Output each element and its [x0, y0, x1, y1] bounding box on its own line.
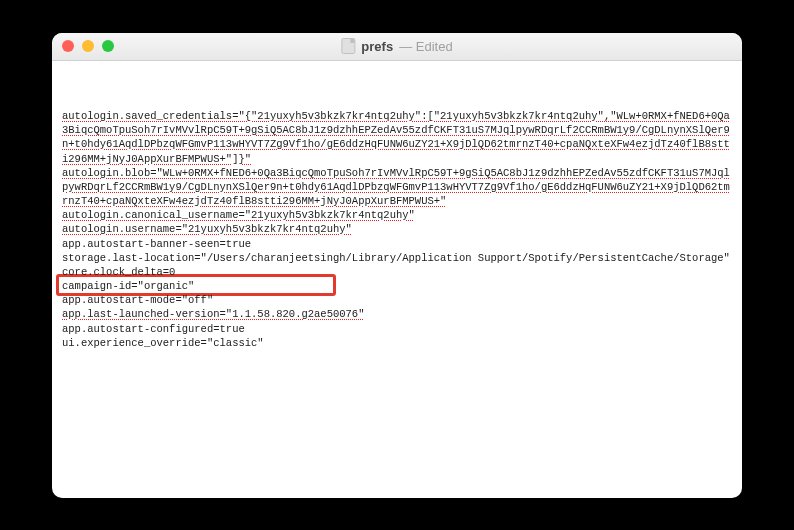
config-line: app.autostart-configured=true: [62, 322, 732, 336]
close-button[interactable]: [62, 40, 74, 52]
config-line: app.autostart-banner-seen=true: [62, 237, 732, 251]
config-line: storage.last-location="/Users/charanjeet…: [62, 251, 732, 265]
window: prefs — Edited autologin.saved_credentia…: [52, 33, 742, 498]
config-line: app.autostart-mode="off": [62, 293, 732, 307]
document-icon: [341, 38, 355, 54]
config-line: ui.experience_override="classic": [62, 336, 732, 350]
traffic-lights: [62, 40, 114, 52]
config-line: app.last-launched-version="1.1.58.820.g2…: [62, 307, 732, 321]
edited-label: — Edited: [399, 39, 452, 54]
config-line: autologin.blob="WLw+0RMX+fNED6+0Qa3BiqcQ…: [62, 166, 732, 209]
maximize-button[interactable]: [102, 40, 114, 52]
text-content[interactable]: autologin.saved_credentials="{"21yuxyh5v…: [52, 61, 742, 498]
minimize-button[interactable]: [82, 40, 94, 52]
config-line: core.clock_delta=0: [62, 265, 732, 279]
config-line: autologin.canonical_username="21yuxyh5v3…: [62, 208, 732, 222]
config-line: autologin.saved_credentials="{"21yuxyh5v…: [62, 109, 732, 166]
filename-label: prefs: [361, 39, 393, 54]
titlebar[interactable]: prefs — Edited: [52, 33, 742, 61]
config-line: autologin.username="21yuxyh5v3bkzk7kr4nt…: [62, 222, 732, 236]
config-line: campaign-id="organic": [62, 279, 732, 293]
window-title: prefs — Edited: [341, 38, 452, 54]
